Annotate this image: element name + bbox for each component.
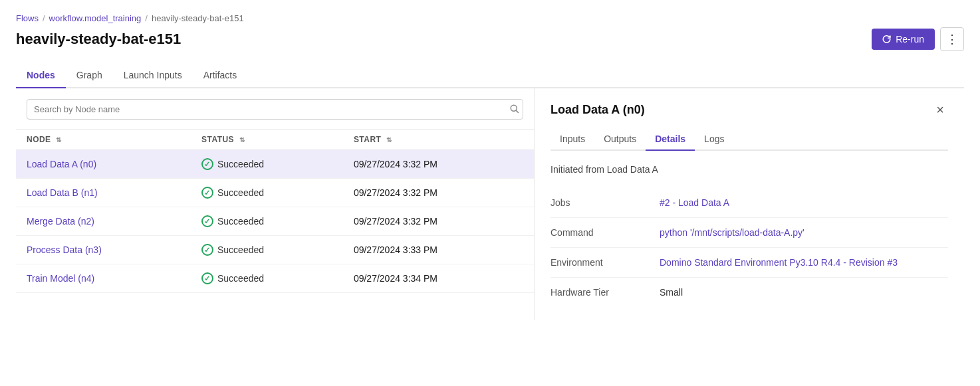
breadcrumb-flows[interactable]: Flows	[16, 13, 39, 23]
status-cell-n1: Succeeded	[191, 179, 343, 207]
detail-tabs: InputsOutputsDetailsLogs	[551, 128, 948, 151]
node-cell-n1: Load Data B (n1)	[16, 179, 191, 207]
breadcrumb-workflow[interactable]: workflow.model_training	[49, 13, 142, 23]
status-icon-n4	[201, 272, 213, 284]
node-link-n4[interactable]: Train Model (n4)	[27, 273, 94, 284]
close-button[interactable]: ×	[932, 102, 948, 118]
status-text-n2: Succeeded	[217, 216, 264, 227]
status-text-n0: Succeeded	[217, 159, 264, 169]
table-row[interactable]: Process Data (n3)Succeeded09/27/2024 3:3…	[16, 236, 534, 264]
status-cell-n3: Succeeded	[191, 236, 343, 264]
search-icon	[509, 104, 519, 114]
tab-nodes[interactable]: Nodes	[16, 63, 66, 88]
breadcrumb-sep-1: /	[43, 13, 45, 23]
status-text-n3: Succeeded	[217, 244, 264, 255]
rerun-icon	[882, 35, 892, 44]
tab-graph[interactable]: Graph	[66, 63, 113, 88]
search-row	[27, 99, 523, 120]
status-text-n4: Succeeded	[217, 273, 264, 284]
header-actions: Re-run ⋮	[872, 27, 964, 51]
detail-value-environment[interactable]: Domino Standard Environment Py3.10 R4.4 …	[660, 257, 898, 268]
node-cell-n4: Train Model (n4)	[16, 264, 191, 293]
table-row[interactable]: Train Model (n4)Succeeded09/27/2024 3:34…	[16, 264, 534, 293]
detail-panel: Load Data A (n0) × InputsOutputsDetailsL…	[535, 88, 964, 320]
main-tabs: NodesGraphLaunch InputsArtifacts	[16, 63, 964, 88]
start-cell-n4: 09/27/2024 3:34 PM	[343, 264, 534, 293]
tab-launch-inputs[interactable]: Launch Inputs	[113, 63, 193, 88]
detail-label-environment: Environment	[551, 257, 644, 268]
detail-tab-details[interactable]: Details	[646, 128, 695, 151]
detail-title: Load Data A (n0)	[551, 103, 645, 117]
status-icon-n2	[201, 215, 213, 227]
page-wrapper: Flows / workflow.model_training / heavil…	[0, 0, 980, 386]
close-icon: ×	[936, 102, 944, 117]
col-status[interactable]: STATUS ⇅	[191, 130, 343, 150]
table-row[interactable]: Merge Data (n2)Succeeded09/27/2024 3:32 …	[16, 207, 534, 236]
start-cell-n1: 09/27/2024 3:32 PM	[343, 179, 534, 207]
breadcrumb-sep-2: /	[145, 13, 148, 23]
sort-start-icon: ⇅	[386, 136, 392, 144]
rerun-label: Re-run	[896, 34, 924, 45]
detail-tab-outputs[interactable]: Outputs	[594, 128, 646, 151]
node-link-n3[interactable]: Process Data (n3)	[27, 244, 102, 255]
status-icon-n3	[201, 244, 213, 256]
detail-value-command[interactable]: python '/mnt/scripts/load-data-A.py'	[660, 227, 804, 238]
detail-row-environment: EnvironmentDomino Standard Environment P…	[551, 248, 948, 278]
search-button[interactable]	[509, 104, 519, 116]
sort-status-icon: ⇅	[239, 136, 245, 144]
detail-label-jobs: Jobs	[551, 197, 644, 208]
detail-value-hardware_tier: Small	[660, 287, 683, 298]
col-start[interactable]: START ⇅	[343, 130, 534, 150]
initiated-text: Initiated from Load Data A	[551, 164, 948, 175]
detail-header: Load Data A (n0) ×	[551, 102, 948, 118]
rerun-button[interactable]: Re-run	[872, 29, 935, 50]
node-table: NODE ⇅STATUS ⇅START ⇅ Load Data A (n0)Su…	[16, 129, 534, 293]
more-button[interactable]: ⋮	[940, 27, 964, 51]
status-icon-n1	[201, 187, 213, 199]
start-cell-n2: 09/27/2024 3:32 PM	[343, 207, 534, 236]
search-input-wrapper	[27, 99, 523, 120]
tab-artifacts[interactable]: Artifacts	[193, 63, 248, 88]
node-cell-n0: Load Data A (n0)	[16, 150, 191, 179]
node-cell-n2: Merge Data (n2)	[16, 207, 191, 236]
status-cell-n4: Succeeded	[191, 264, 343, 293]
node-link-n2[interactable]: Merge Data (n2)	[27, 216, 94, 227]
detail-label-hardware_tier: Hardware Tier	[551, 287, 644, 298]
node-link-n0[interactable]: Load Data A (n0)	[27, 159, 96, 169]
table-row[interactable]: Load Data B (n1)Succeeded09/27/2024 3:32…	[16, 179, 534, 207]
start-cell-n3: 09/27/2024 3:33 PM	[343, 236, 534, 264]
svg-line-1	[516, 110, 518, 112]
page-title: heavily-steady-bat-e151	[16, 31, 181, 48]
more-icon: ⋮	[946, 33, 958, 45]
detail-value-jobs[interactable]: #2 - Load Data A	[660, 197, 729, 208]
start-cell-n0: 09/27/2024 3:32 PM	[343, 150, 534, 179]
node-list-panel: NODE ⇅STATUS ⇅START ⇅ Load Data A (n0)Su…	[16, 88, 535, 320]
detail-row-hardware_tier: Hardware TierSmall	[551, 278, 948, 307]
node-cell-n3: Process Data (n3)	[16, 236, 191, 264]
node-link-n1[interactable]: Load Data B (n1)	[27, 187, 98, 198]
breadcrumb-run: heavily-steady-bat-e151	[152, 13, 244, 23]
col-node[interactable]: NODE ⇅	[16, 130, 191, 150]
status-text-n1: Succeeded	[217, 187, 264, 198]
detail-tab-logs[interactable]: Logs	[695, 128, 733, 151]
content-area: NODE ⇅STATUS ⇅START ⇅ Load Data A (n0)Su…	[16, 88, 964, 320]
status-icon-n0	[201, 158, 213, 170]
status-cell-n0: Succeeded	[191, 150, 343, 179]
sort-node-icon: ⇅	[56, 136, 61, 144]
detail-tab-inputs[interactable]: Inputs	[551, 128, 594, 151]
status-cell-n2: Succeeded	[191, 207, 343, 236]
search-input[interactable]	[27, 99, 523, 120]
table-row[interactable]: Load Data A (n0)Succeeded09/27/2024 3:32…	[16, 150, 534, 179]
breadcrumb: Flows / workflow.model_training / heavil…	[16, 13, 964, 23]
detail-row-jobs: Jobs#2 - Load Data A	[551, 188, 948, 218]
detail-fields: Jobs#2 - Load Data ACommandpython '/mnt/…	[551, 188, 948, 307]
detail-row-command: Commandpython '/mnt/scripts/load-data-A.…	[551, 218, 948, 248]
header-row: heavily-steady-bat-e151 Re-run ⋮	[16, 27, 964, 51]
detail-label-command: Command	[551, 227, 644, 238]
